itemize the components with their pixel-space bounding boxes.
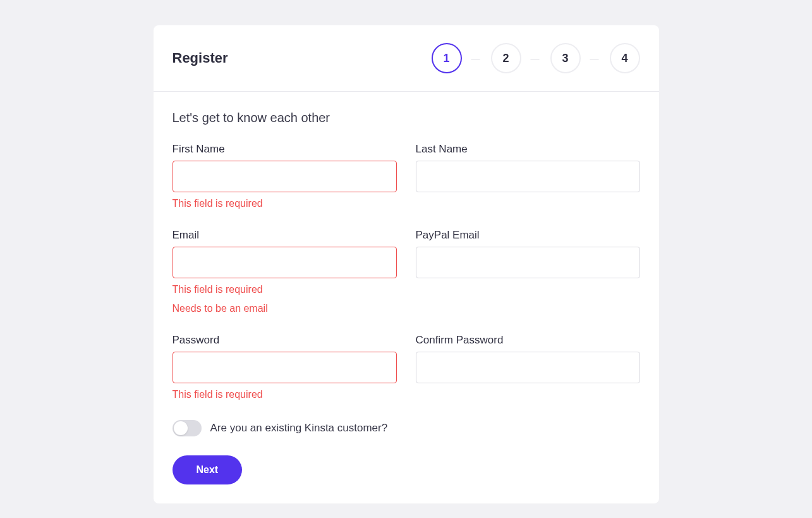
step-4[interactable]: 4 (610, 43, 640, 73)
step-separator: — (528, 58, 544, 59)
field-first-name: First Name This field is required (173, 143, 397, 211)
step-2[interactable]: 2 (491, 43, 521, 73)
email-error-2: Needs to be an email (173, 301, 397, 316)
email-label: Email (173, 229, 397, 242)
field-last-name: Last Name (416, 143, 640, 211)
form-body: Let's get to know each other First Name … (154, 92, 659, 503)
first-name-error: This field is required (173, 196, 397, 211)
last-name-input[interactable] (416, 161, 640, 192)
next-button[interactable]: Next (173, 455, 243, 484)
stepper: 1 — 2 — 3 — 4 (432, 43, 640, 73)
paypal-email-input[interactable] (416, 247, 640, 278)
password-error: This field is required (173, 387, 397, 402)
email-error-1: This field is required (173, 282, 397, 297)
row-email: Email This field is required Needs to be… (173, 229, 640, 316)
row-password: Password This field is required Confirm … (173, 334, 640, 402)
password-input[interactable] (173, 352, 397, 383)
field-confirm-password: Confirm Password (416, 334, 640, 402)
step-separator: — (587, 58, 603, 59)
step-separator: — (468, 58, 485, 59)
page-title: Register (173, 50, 228, 66)
existing-customer-toggle[interactable] (173, 420, 202, 436)
confirm-password-label: Confirm Password (416, 334, 640, 347)
subheading: Let's get to know each other (173, 111, 640, 125)
last-name-label: Last Name (416, 143, 640, 156)
step-1[interactable]: 1 (432, 43, 462, 73)
row-name: First Name This field is required Last N… (173, 143, 640, 211)
toggle-row: Are you an existing Kinsta customer? (173, 420, 640, 436)
confirm-password-input[interactable] (416, 352, 640, 383)
first-name-label: First Name (173, 143, 397, 156)
toggle-label: Are you an existing Kinsta customer? (210, 422, 388, 435)
paypal-email-label: PayPal Email (416, 229, 640, 242)
field-paypal-email: PayPal Email (416, 229, 640, 316)
first-name-input[interactable] (173, 161, 397, 192)
field-password: Password This field is required (173, 334, 397, 402)
field-email: Email This field is required Needs to be… (173, 229, 397, 316)
toggle-knob-icon (174, 421, 188, 435)
step-3[interactable]: 3 (550, 43, 581, 73)
card-header: Register 1 — 2 — 3 — 4 (154, 25, 659, 92)
password-label: Password (173, 334, 397, 347)
email-input[interactable] (173, 247, 397, 278)
register-card: Register 1 — 2 — 3 — 4 Let's get to know… (154, 25, 659, 503)
